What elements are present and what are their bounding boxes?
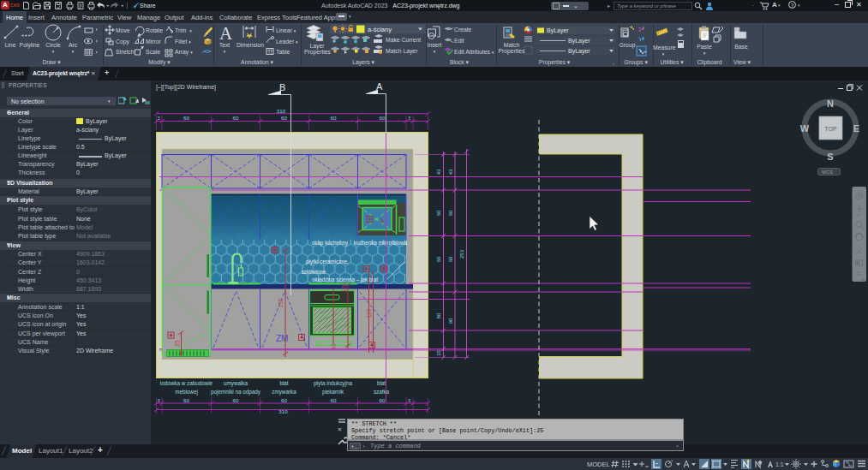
svg-text:pojemniki na odpady: pojemniki na odpady [211, 389, 261, 396]
svg-text:60: 60 [233, 397, 239, 403]
svg-text:W: W [800, 123, 810, 134]
svg-text:szkliwione: szkliwione [302, 269, 326, 275]
svg-text:60: 60 [380, 115, 386, 121]
svg-text:40: 40 [331, 343, 337, 350]
svg-text:ByLayer: ByLayer [568, 48, 590, 55]
svg-text:5: 5 [409, 399, 411, 403]
svg-text:kuchenka mikrofalowa: kuchenka mikrofalowa [354, 240, 408, 246]
svg-text:umywalka: umywalka [224, 380, 248, 387]
svg-text:meblowej: meblowej [175, 389, 198, 396]
svg-text:WCS: WCS [822, 170, 833, 175]
svg-text:60: 60 [281, 397, 287, 403]
svg-text:zmywarka: zmywarka [272, 389, 296, 396]
svg-text:a-ściany: a-ściany [368, 26, 392, 33]
svg-text:60: 60 [183, 397, 189, 403]
svg-text:A: A [219, 23, 233, 44]
svg-text:60: 60 [448, 210, 453, 216]
svg-text:60: 60 [380, 397, 386, 403]
svg-text:310: 310 [277, 108, 286, 114]
svg-text:170: 170 [341, 283, 347, 292]
svg-text:60: 60 [448, 256, 453, 262]
svg-text:1:1: 1:1 [775, 461, 784, 467]
svg-text:60: 60 [331, 397, 337, 403]
svg-text:110: 110 [366, 308, 372, 318]
svg-text:43: 43 [448, 169, 453, 175]
svg-text:płyta indukcyjna: płyta indukcyjna [314, 380, 352, 387]
svg-text:płytki ceramiczne,: płytki ceramiczne, [306, 259, 349, 265]
svg-text:60: 60 [183, 115, 189, 121]
svg-text:ByLayer: ByLayer [547, 27, 569, 34]
svg-text:okap kuchenny: okap kuchenny [312, 240, 349, 247]
svg-text:[–][Top][2D Wireframe]: [–][Top][2D Wireframe] [156, 84, 216, 91]
svg-text:5: 5 [409, 116, 411, 121]
svg-text:piekarnik: piekarnik [322, 389, 344, 396]
svg-text:TOP: TOP [824, 126, 837, 132]
svg-text:60: 60 [233, 115, 239, 121]
svg-text:ZM: ZM [276, 334, 288, 343]
svg-text:blat: blat [377, 380, 386, 386]
svg-text:60: 60 [331, 115, 337, 121]
svg-text:5: 5 [158, 399, 160, 403]
svg-text:blat: blat [279, 380, 288, 386]
svg-text:60: 60 [436, 210, 441, 216]
svg-text:80: 80 [436, 312, 441, 318]
svg-text:60: 60 [281, 115, 287, 121]
svg-text:90: 90 [448, 318, 453, 324]
svg-text:lodówka w zabudowie: lodówka w zabudowie [160, 380, 213, 386]
svg-text:60: 60 [436, 256, 441, 262]
svg-text:okładzina ścienna – jak blat: okładzina ścienna – jak blat [312, 277, 378, 283]
svg-text:135: 135 [278, 298, 284, 307]
svg-text:310: 310 [278, 408, 288, 414]
svg-text:S: S [827, 152, 833, 162]
svg-text:ByLayer: ByLayer [568, 38, 590, 45]
svg-text:5: 5 [158, 116, 160, 121]
svg-text:253: 253 [459, 249, 464, 259]
svg-text:25: 25 [174, 340, 180, 347]
svg-text:N: N [827, 98, 834, 109]
svg-text:10: 10 [436, 350, 441, 356]
svg-text:szafka: szafka [374, 389, 390, 395]
svg-text:43: 43 [436, 169, 441, 175]
svg-text:E: E [853, 123, 859, 134]
